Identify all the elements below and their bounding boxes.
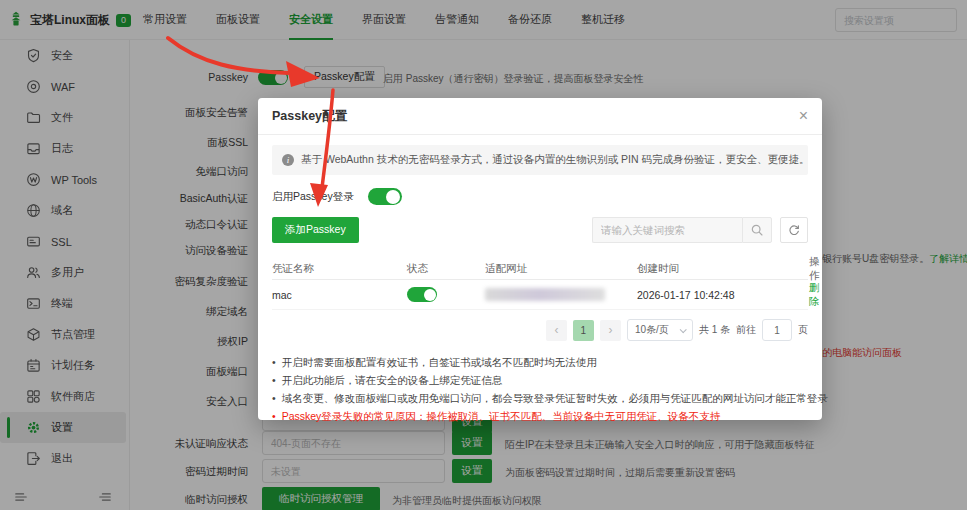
modal-body: i 基于 WebAuthn 技术的无密码登录方式，通过设备内置的生物识别或 PI… bbox=[258, 135, 822, 425]
passkey-search-group bbox=[592, 217, 808, 243]
note-item-warning: •Passkey登录失败的常见原因：操作被取消、证书不匹配、当前设备中无可用凭证… bbox=[272, 407, 808, 425]
table-header-row: 凭证名称 状态 适配网址 创建时间 操作 bbox=[272, 255, 808, 280]
info-icon: i bbox=[282, 154, 294, 166]
note-text: 域名变更、修改面板端口或改用免端口访问，都会导致登录凭证暂时失效，必须用与凭证匹… bbox=[282, 389, 828, 407]
goto-label: 前往 bbox=[736, 323, 756, 337]
credential-name-cell: mac bbox=[272, 289, 407, 301]
passkey-action-row: 添加Passkey bbox=[272, 217, 808, 243]
per-page-value: 10条/页 bbox=[635, 323, 669, 337]
chevron-down-icon bbox=[680, 326, 687, 333]
col-action: 操作 bbox=[809, 255, 820, 283]
total-count-text: 共 1 条 bbox=[699, 323, 730, 337]
per-page-select[interactable]: 10条/页 bbox=[627, 319, 693, 341]
webauthn-info-banner: i 基于 WebAuthn 技术的无密码登录方式，通过设备内置的生物识别或 PI… bbox=[272, 145, 808, 175]
next-page-button[interactable]: › bbox=[600, 320, 621, 341]
redacted-url-blur bbox=[485, 288, 605, 301]
passkey-table: 凭证名称 状态 适配网址 创建时间 操作 mac 2026-01-17 10:4… bbox=[272, 255, 808, 310]
modal-title: Passkey配置 bbox=[272, 108, 347, 125]
goto-page-input[interactable] bbox=[762, 319, 792, 341]
bullet: • bbox=[272, 389, 276, 407]
credential-status-toggle[interactable] bbox=[407, 287, 437, 302]
refresh-icon bbox=[787, 223, 801, 237]
enable-passkey-toggle[interactable] bbox=[368, 188, 402, 205]
col-credential-name: 凭证名称 bbox=[272, 262, 407, 276]
col-status: 状态 bbox=[407, 262, 485, 276]
pagination: ‹ 1 › 10条/页 共 1 条 前往 页 bbox=[272, 319, 808, 341]
search-button[interactable] bbox=[742, 217, 772, 243]
passkey-search-input[interactable] bbox=[592, 217, 742, 243]
note-item: •域名变更、修改面板端口或改用免端口访问，都会导致登录凭证暂时失效，必须用与凭证… bbox=[272, 389, 808, 407]
delete-link[interactable]: 删除 bbox=[809, 281, 820, 307]
page-unit-label: 页 bbox=[798, 323, 808, 337]
bullet: • bbox=[272, 353, 276, 371]
modal-header: Passkey配置 × bbox=[258, 98, 822, 135]
enable-passkey-label: 启用Passkey登录 bbox=[272, 190, 354, 204]
bullet: • bbox=[272, 371, 276, 389]
close-icon[interactable]: × bbox=[799, 108, 808, 124]
prev-page-button[interactable]: ‹ bbox=[546, 320, 567, 341]
col-created-time: 创建时间 bbox=[637, 262, 809, 276]
note-text: Passkey登录失败的常见原因：操作被取消、证书不匹配、当前设备中无可用凭证、… bbox=[282, 407, 721, 425]
note-text: 开启此功能后，请在安全的设备上绑定凭证信息 bbox=[282, 371, 503, 389]
note-text: 开启时需要面板配置有效证书，自签证书或域名不匹配时均无法使用 bbox=[282, 353, 597, 371]
table-row: mac 2026-01-17 10:42:48 删除 bbox=[272, 280, 808, 310]
col-matched-url: 适配网址 bbox=[485, 262, 637, 276]
note-item: •开启时需要面板配置有效证书，自签证书或域名不匹配时均无法使用 bbox=[272, 353, 808, 371]
created-time-cell: 2026-01-17 10:42:48 bbox=[637, 289, 809, 301]
note-item: •开启此功能后，请在安全的设备上绑定凭证信息 bbox=[272, 371, 808, 389]
bullet: • bbox=[272, 407, 276, 425]
enable-passkey-row: 启用Passkey登录 bbox=[272, 188, 808, 205]
refresh-button[interactable] bbox=[780, 217, 808, 243]
page-1-button[interactable]: 1 bbox=[573, 320, 594, 341]
passkey-config-modal: Passkey配置 × i 基于 WebAuthn 技术的无密码登录方式，通过设… bbox=[258, 98, 822, 420]
add-passkey-button[interactable]: 添加Passkey bbox=[272, 217, 359, 243]
webauthn-info-text: 基于 WebAuthn 技术的无密码登录方式，通过设备内置的生物识别或 PIN … bbox=[301, 153, 810, 167]
passkey-notes: •开启时需要面板配置有效证书，自签证书或域名不匹配时均无法使用 •开启此功能后，… bbox=[272, 353, 808, 425]
search-icon bbox=[750, 223, 764, 237]
